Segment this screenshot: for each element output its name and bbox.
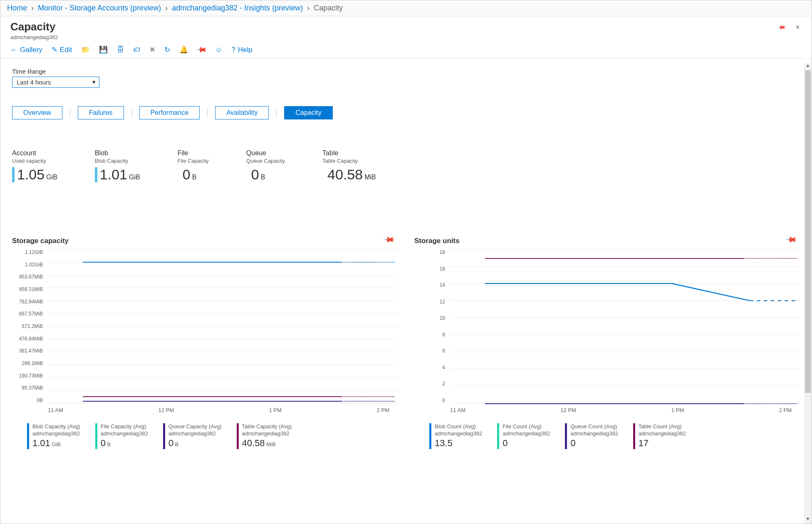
- metric-bar: [12, 167, 15, 182]
- legend-series-name: File Count (Avg): [503, 423, 550, 430]
- legend-value: 0: [168, 438, 173, 448]
- legend-item[interactable]: Table Count (Avg) admchangediag382 17: [633, 423, 686, 449]
- edit-button[interactable]: ✎ Edit: [52, 45, 72, 54]
- feedback-button[interactable]: ☺: [215, 46, 222, 54]
- metric-label: Account: [12, 149, 57, 157]
- legend-unit: B: [106, 441, 111, 447]
- legend-value: 0: [101, 438, 106, 448]
- metric-label: Queue: [246, 149, 285, 157]
- chart-plot: [48, 249, 398, 403]
- legend-series-account: admchangediag382: [168, 430, 222, 437]
- gallery-button[interactable]: ← Gallery: [10, 46, 42, 54]
- chart-storage-capacity: Storage capacity 📌 1.12GiB1.02GiB953.67M…: [12, 237, 398, 449]
- scroll-down-icon[interactable]: ▼: [804, 516, 812, 524]
- chart-y-axis: 181614121086420: [414, 249, 448, 403]
- tab-overview[interactable]: Overview: [12, 106, 62, 119]
- legend-item[interactable]: Table Capacity (Avg) admchangediag382 40…: [237, 423, 292, 449]
- help-button[interactable]: ? Help: [232, 46, 253, 54]
- chart-storage-units: Storage units 📌 181614121086420 11 AM12 …: [414, 237, 800, 449]
- legend-item[interactable]: Blob Capacity (Avg) admchangediag382 1.0…: [27, 423, 80, 449]
- breadcrumb: Home › Monitor - Storage Accounts (previ…: [0, 0, 812, 16]
- save-button[interactable]: 💾: [99, 45, 108, 54]
- legend-color-bar: [565, 423, 567, 449]
- legend-series-name: Table Count (Avg): [639, 423, 686, 430]
- breadcrumb-current: Capacity: [314, 4, 343, 12]
- legend-unit: MiB: [265, 441, 276, 447]
- metric-account: Account Used capacity 1.05 GiB: [12, 149, 57, 183]
- chart-plot: [450, 249, 800, 403]
- legend-series-account: admchangediag382: [435, 430, 482, 437]
- metric-value: 0: [183, 166, 191, 183]
- scroll-up-icon[interactable]: ▲: [804, 63, 812, 70]
- discard-button[interactable]: ✖: [149, 45, 155, 54]
- chart-line: [48, 396, 398, 397]
- metric-sublabel: File Capacity: [178, 158, 209, 164]
- tab-separator: [207, 109, 208, 117]
- metric-label: Blob: [95, 149, 140, 157]
- metric-label: Table: [322, 149, 376, 157]
- legend-value: 40.58: [242, 438, 265, 448]
- time-range-dropdown[interactable]: Last 4 hours: [12, 77, 99, 88]
- legend-unit: GiB: [50, 441, 61, 447]
- tag-button[interactable]: 🏷: [133, 46, 140, 54]
- legend-item[interactable]: Queue Capacity (Avg) admchangediag382 0 …: [163, 423, 222, 449]
- legend-value: 17: [639, 438, 649, 448]
- chart-line-blob-count: [450, 249, 800, 403]
- save-copy-icon: 🗄: [117, 46, 124, 54]
- chevron-right-icon: ›: [165, 4, 168, 12]
- metric-unit: MiB: [364, 174, 376, 183]
- page-subtitle: admchangediag382: [10, 34, 58, 40]
- metric-sublabel: Queue Capacity: [246, 158, 285, 164]
- scrollbar-thumb[interactable]: [805, 70, 811, 393]
- legend-item[interactable]: File Count (Avg) admchangediag382 0: [497, 423, 550, 449]
- chevron-right-icon: ›: [31, 4, 34, 12]
- bell-icon: 🔔: [179, 45, 188, 54]
- legend-series-account: admchangediag382: [32, 430, 80, 437]
- pin-button[interactable]: 📌: [197, 45, 206, 54]
- save-as-button[interactable]: 🗄: [117, 46, 124, 54]
- tab-capacity[interactable]: Capacity: [284, 106, 332, 119]
- legend-value: 0: [503, 438, 508, 448]
- legend-item[interactable]: File Capacity (Avg) admchangediag382 0 B: [95, 423, 148, 449]
- chart-x-axis: 11 AM12 PM1 PM2 PM: [48, 407, 398, 413]
- legend-series-account: admchangediag382: [639, 430, 686, 437]
- pin-icon[interactable]: 📌: [776, 21, 787, 33]
- metric-sublabel: Table Capacity: [322, 158, 376, 164]
- tab-availability[interactable]: Availability: [215, 106, 269, 119]
- legend-item[interactable]: Queue Count (Avg) admchangediag382 0: [565, 423, 618, 449]
- metric-value: 1.01: [100, 166, 127, 183]
- breadcrumb-home[interactable]: Home: [7, 4, 27, 12]
- pencil-icon: ✎: [52, 45, 57, 54]
- open-button[interactable]: 📁: [81, 45, 90, 54]
- metrics-row: Account Used capacity 1.05 GiB Blob Blob…: [12, 149, 800, 183]
- legend-item[interactable]: Blob Count (Avg) admchangediag382 13.5: [429, 423, 482, 449]
- tab-separator: [131, 109, 132, 117]
- arrow-left-icon: ←: [10, 46, 17, 54]
- page-title: Capacity: [10, 20, 58, 33]
- chart-x-axis: 11 AM12 PM1 PM2 PM: [450, 407, 800, 413]
- tab-failures[interactable]: Failures: [78, 106, 124, 119]
- legend-color-bar: [163, 423, 165, 449]
- tab-performance[interactable]: Performance: [139, 106, 200, 119]
- refresh-button[interactable]: ↻: [164, 45, 170, 54]
- legend-series-account: admchangediag382: [242, 430, 292, 437]
- legend-series-account: admchangediag382: [101, 430, 148, 437]
- legend-series-name: Blob Capacity (Avg): [32, 423, 80, 430]
- breadcrumb-monitor[interactable]: Monitor - Storage Accounts (preview): [38, 4, 161, 12]
- pin-icon: 📌: [196, 44, 208, 56]
- metric-value: 1.05: [17, 166, 45, 183]
- alert-button[interactable]: 🔔: [179, 45, 188, 54]
- legend-value: 13.5: [435, 438, 453, 448]
- scrollbar[interactable]: ▲ ▼: [804, 63, 812, 524]
- help-label: Help: [238, 46, 253, 54]
- breadcrumb-insights[interactable]: admchangediag382 - Insights (preview): [172, 4, 303, 12]
- folder-icon: 📁: [81, 45, 90, 54]
- metric-queue: Queue Queue Capacity 0 B: [246, 149, 285, 183]
- legend-series-account: admchangediag382: [503, 430, 550, 437]
- close-icon[interactable]: ✕: [793, 23, 802, 31]
- legend-color-bar: [429, 423, 431, 449]
- metric-unit: B: [261, 174, 265, 183]
- chart-line: [450, 258, 800, 259]
- legend-series-account: admchangediag382: [570, 430, 618, 437]
- legend-series-name: File Capacity (Avg): [101, 423, 148, 430]
